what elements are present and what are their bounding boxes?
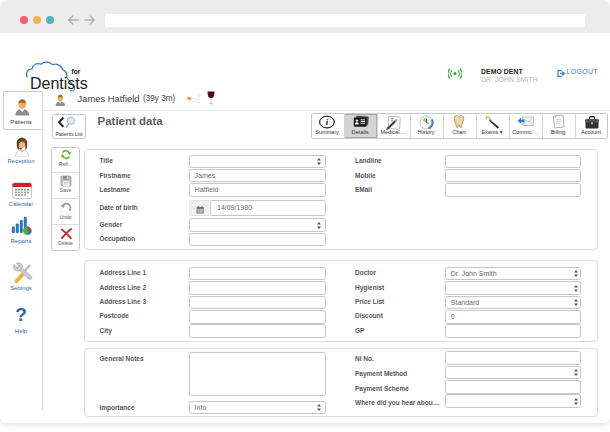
svg-text:i: i bbox=[326, 117, 329, 127]
